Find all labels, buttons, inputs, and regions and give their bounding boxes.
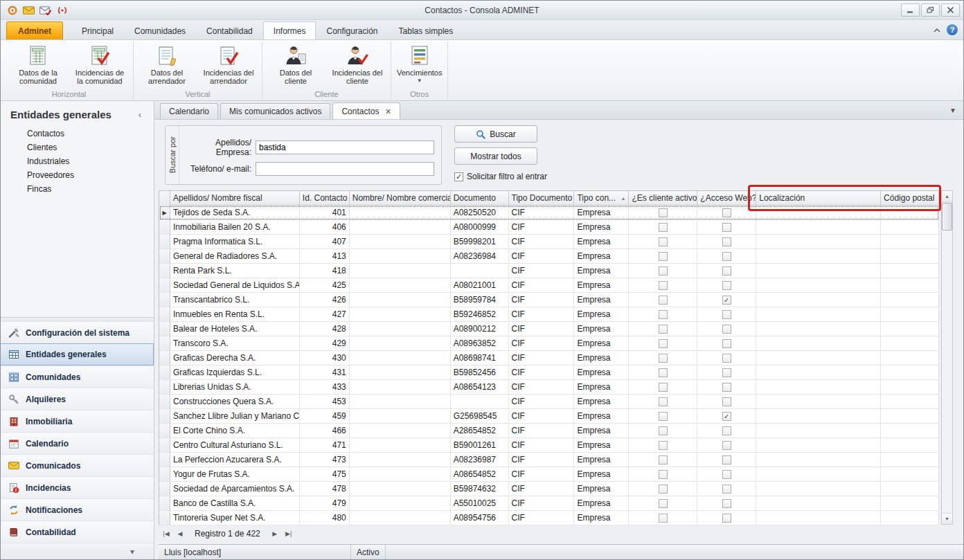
solicitar-filtro-checkbox[interactable] <box>454 172 463 181</box>
cliente-activo-checkbox <box>659 397 668 406</box>
column-header-documento[interactable]: Documento <box>451 191 509 206</box>
window-title: Contactos - Consola ADMINET <box>1 6 963 15</box>
table-row[interactable]: Transcantabrico S.L.426B58959784CIFEmpre… <box>159 293 939 307</box>
table-row[interactable]: Renta Park S.L.418CIFEmpresa <box>159 264 939 278</box>
collapse-ribbon-icon[interactable] <box>934 25 940 35</box>
column-header-tipo-documento[interactable]: Tipo Documento <box>509 191 575 206</box>
app-logo-icon[interactable] <box>6 3 19 17</box>
table-row[interactable]: El Corte Chino S.A.466A28654852CIFEmpres… <box>159 424 939 438</box>
prev-record-button[interactable]: ◀ <box>174 527 186 540</box>
nav-item-notificaciones[interactable]: Notificaciones <box>1 498 154 521</box>
column-header-codigo-postal[interactable]: Código postal <box>881 191 939 206</box>
mail-icon[interactable] <box>22 3 35 17</box>
column-header-id-contacto[interactable]: Id. Contacto <box>300 191 350 206</box>
next-record-button[interactable]: ▶ <box>269 527 281 540</box>
nav-item-alquileres[interactable]: Alquileres <box>1 388 154 410</box>
column-header-apellidos-nombre-fiscal[interactable]: Apellidos/ Nombre fiscal <box>170 191 300 206</box>
nav-item-calendario[interactable]: Calendario <box>1 432 154 454</box>
table-row[interactable]: Balear de Hoteles S.A.428A08900212CIFEmp… <box>159 322 939 336</box>
table-row[interactable]: Centro Cultural Asturiano S.L.471B590012… <box>159 438 939 453</box>
sidebar-item-proveedores[interactable]: Proveedores <box>1 168 154 182</box>
close-button[interactable] <box>941 3 960 17</box>
close-icon[interactable]: × <box>385 107 391 116</box>
table-row[interactable]: Graficas Izquierdas S.L.431B59852456CIFE… <box>159 365 939 380</box>
nav-item-incidencias[interactable]: Incidencias <box>1 476 154 498</box>
ribbon-button-vencimientos[interactable]: Vencimientos▼ <box>395 42 444 84</box>
scroll-down-icon[interactable]: ▼ <box>942 513 952 524</box>
column-header-localizacion[interactable]: Localización <box>756 191 881 206</box>
ribbon-button-datos-del-arrendador[interactable]: Datos del arrendador <box>137 42 197 85</box>
ribbon-button-datos-del-cliente[interactable]: Datos del cliente <box>266 42 325 85</box>
ribbon-tab-tablas-simples[interactable]: Tablas simples <box>389 21 464 39</box>
chevron-left-icon[interactable]: ‹ <box>139 109 148 120</box>
nav-item-inmobiliaria[interactable]: Inmobiliaria <box>1 410 154 432</box>
search-group: Buscar por Apellidos/ Empresa: Teléfono/… <box>165 125 442 185</box>
doc-tab-contactos[interactable]: Contactos× <box>332 102 400 119</box>
table-row[interactable]: Graficas Derecha S.A.430A08698741CIFEmpr… <box>159 351 939 365</box>
ribbon-tab-informes[interactable]: Informes <box>263 21 316 39</box>
signal-icon[interactable] <box>55 3 69 17</box>
cliente-activo-checkbox <box>659 368 668 377</box>
minimize-button[interactable] <box>901 3 920 17</box>
table-row[interactable]: Librerias Unidas S.A.433A08654123CIFEmpr… <box>159 380 939 395</box>
mail-edit-icon[interactable] <box>39 3 52 17</box>
row-indicator <box>159 395 170 409</box>
table-row[interactable]: Construcciones Quera S.A.453CIFEmpresa <box>159 395 939 409</box>
row-indicator <box>159 380 170 395</box>
app-menu-button[interactable]: Adminet <box>6 21 63 39</box>
table-row[interactable]: La Perfeccion Azucarera S.A.473A08236987… <box>159 453 939 467</box>
table-row[interactable]: Inmuebles en Renta S.L.427B59246852CIFEm… <box>159 307 939 322</box>
ribbon-tab-principal[interactable]: Principal <box>71 21 124 39</box>
mostrar-todos-button[interactable]: Mostrar todos <box>454 147 537 165</box>
ribbon-tab-comunidades[interactable]: Comunidades <box>124 21 196 39</box>
ribbon-button-incidencias-de-la-comunidad[interactable]: Incidencias de la comunidad <box>70 42 130 85</box>
row-indicator <box>159 511 170 525</box>
tab-list-dropdown-icon[interactable]: ▼ <box>949 107 956 119</box>
table-row[interactable]: General de Radiadores S.A.413A08236984CI… <box>159 249 939 264</box>
buscar-button[interactable]: Buscar <box>454 125 537 143</box>
building-icon <box>8 415 19 427</box>
column-header-tipo-con[interactable]: Tipo con...▲ <box>574 191 629 206</box>
scroll-thumb[interactable] <box>942 203 952 231</box>
ribbon-button-incidencias-del-cliente[interactable]: Incidencias del cliente <box>328 42 387 85</box>
table-row[interactable]: Banco de Castilla S.A.479A55010025CIFEmp… <box>159 496 939 511</box>
sidebar-item-fincas[interactable]: Fincas <box>1 182 154 196</box>
ribbon-tab-configuracion[interactable]: Configuración <box>316 21 388 39</box>
nav-item-contabilidad[interactable]: Contabilidad <box>1 521 154 543</box>
sidebar-item-contactos[interactable]: Contactos <box>1 127 154 141</box>
row-indicator <box>159 322 170 336</box>
scroll-up-icon[interactable]: ▲ <box>942 191 952 202</box>
last-record-button[interactable]: ▶| <box>283 527 295 540</box>
acceso-web-checkbox <box>722 441 731 450</box>
doc-tab-calendario[interactable]: Calendario <box>160 103 218 119</box>
apellidos-empresa-input[interactable] <box>256 141 434 154</box>
first-record-button[interactable]: |◀ <box>160 527 172 540</box>
nav-item-entidades-generales[interactable]: Entidades generales <box>1 343 154 365</box>
ribbon-tab-contabilidad[interactable]: Contabilidad <box>196 21 263 39</box>
table-row[interactable]: Sociedad de Aparcamientos S.A.478B598746… <box>159 482 939 496</box>
table-row[interactable]: Inmobiliaria Bailen 20 S.A.406A08000999C… <box>159 220 939 235</box>
table-row[interactable]: Sanchez Llibre Julian y Mariano C.B.459G… <box>159 409 939 424</box>
table-row[interactable]: Tintoreria Super Net S.A.480A08954756CIF… <box>159 511 939 525</box>
chevron-down-icon[interactable]: ▾ <box>130 547 134 557</box>
table-row[interactable]: Yogur de Frutas S.A.475A08654852CIFEmpre… <box>159 467 939 482</box>
telefono-email-input[interactable] <box>256 162 434 176</box>
ribbon-button-incidencias-del-arrendador[interactable]: Incidencias del arrendador <box>199 42 258 85</box>
restore-button[interactable] <box>921 3 940 17</box>
ribbon-button-datos-de-la-comunidad[interactable]: Datos de la comunidad <box>8 42 68 85</box>
nav-item-configuracion-del-sistema[interactable]: Configuración del sistema <box>1 321 154 343</box>
vertical-scrollbar[interactable]: ▲ ▼ <box>941 190 953 525</box>
column-header-nombre-nombre-comercial[interactable]: Nombre/ Nombre comercial <box>350 191 451 206</box>
sidebar-item-industriales[interactable]: Industriales <box>1 154 154 168</box>
sidebar-item-clientes[interactable]: Clientes <box>1 141 154 154</box>
nav-item-comunidades[interactable]: Comunidades <box>1 365 154 388</box>
help-icon[interactable]: ? <box>947 24 958 35</box>
column-header-es-cliente-activo[interactable]: ¿Es cliente activo? <box>629 191 697 206</box>
table-row[interactable]: ▶Tejidos de Seda S.A.401A08250520CIFEmpr… <box>159 206 939 220</box>
doc-tab-mis-comunicados-activos[interactable]: Mis comunicados activos <box>220 103 330 119</box>
column-header-acceso-web[interactable]: ¿Acceso Web? <box>697 191 756 206</box>
table-row[interactable]: Sociedad General de Liquidos S.A.425A080… <box>159 278 939 293</box>
table-row[interactable]: Transcoro S.A.429A08963852CIFEmpresa <box>159 336 939 351</box>
nav-item-comunicados[interactable]: Comunicados <box>1 454 154 476</box>
table-row[interactable]: Pragma Informatica S.L.407B59998201CIFEm… <box>159 235 939 249</box>
